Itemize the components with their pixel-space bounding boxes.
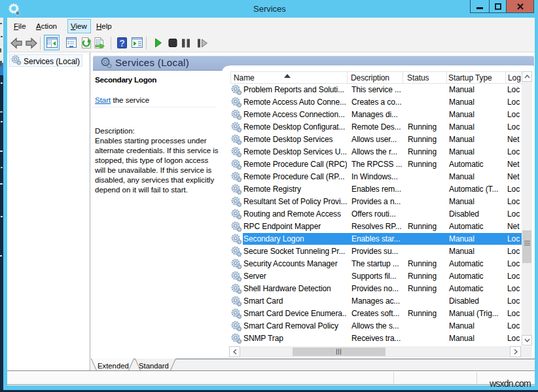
- svg-text:Extended: Extended: [98, 362, 129, 370]
- svg-text:?: ?: [119, 38, 125, 48]
- svg-text:Standard: Standard: [139, 362, 169, 370]
